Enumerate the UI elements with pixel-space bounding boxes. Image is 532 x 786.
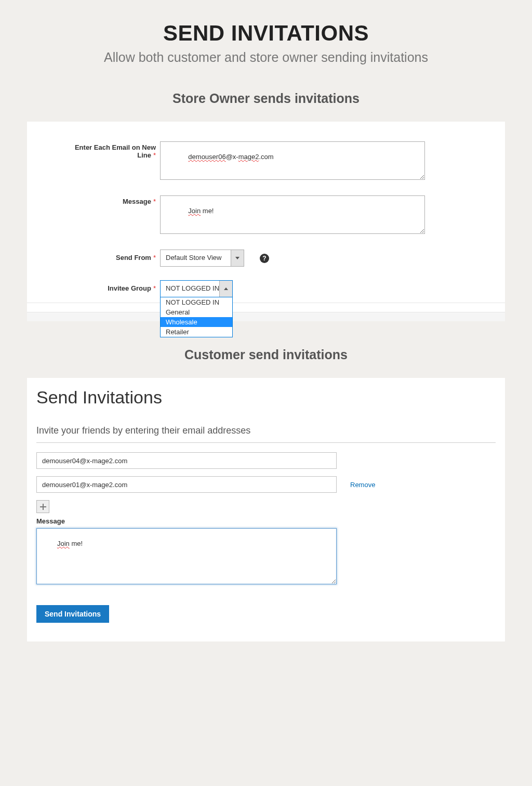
admin-panel: Enter Each Email on New Line* demouser06… [27,122,505,321]
customer-panel: Send Invitations Invite your friends by … [27,378,505,641]
message-label: Message* [56,195,160,236]
page-subtitle: Allow both customer and store owner send… [0,50,532,65]
invitee-group-value: NOT LOGGED IN [161,281,219,297]
send-from-value: Default Store View [161,250,231,266]
email-field-2[interactable] [36,476,337,493]
send-from-label: Send From* [56,250,160,267]
customer-message-textarea[interactable] [36,528,337,584]
customer-panel-sub: Invite your friends by entering their em… [36,425,496,443]
option-general[interactable]: General [161,307,232,317]
invitee-group-select[interactable]: NOT LOGGED IN [160,280,233,297]
remove-link[interactable]: Remove [350,481,375,489]
send-invitations-button[interactable]: Send Invitations [36,605,109,623]
message-textarea[interactable] [160,195,425,234]
send-from-select[interactable]: Default Store View [160,250,244,267]
emails-textarea[interactable] [160,141,425,180]
customer-section-heading: Customer send invitations [0,347,532,362]
chevron-up-icon [219,281,232,297]
panel-divider [27,303,505,321]
add-email-button[interactable] [36,500,49,513]
option-wholesale[interactable]: Wholesale [161,317,232,327]
email-field-1[interactable] [36,452,337,469]
customer-panel-title: Send Invitations [36,387,496,408]
invitee-group-options: NOT LOGGED IN General Wholesale Retailer [160,297,233,337]
option-retailer[interactable]: Retailer [161,327,232,337]
invitee-group-label: Invitee Group* [56,280,160,297]
help-icon[interactable]: ? [260,254,269,263]
option-not-logged-in[interactable]: NOT LOGGED IN [161,297,232,307]
emails-label: Enter Each Email on New Line* [56,141,160,182]
chevron-down-icon [231,250,244,266]
customer-message-label: Message [36,517,496,525]
plus-icon [40,504,46,510]
admin-section-heading: Store Owner sends invitations [0,91,532,106]
page-title: SEND INVITATIONS [0,21,532,46]
